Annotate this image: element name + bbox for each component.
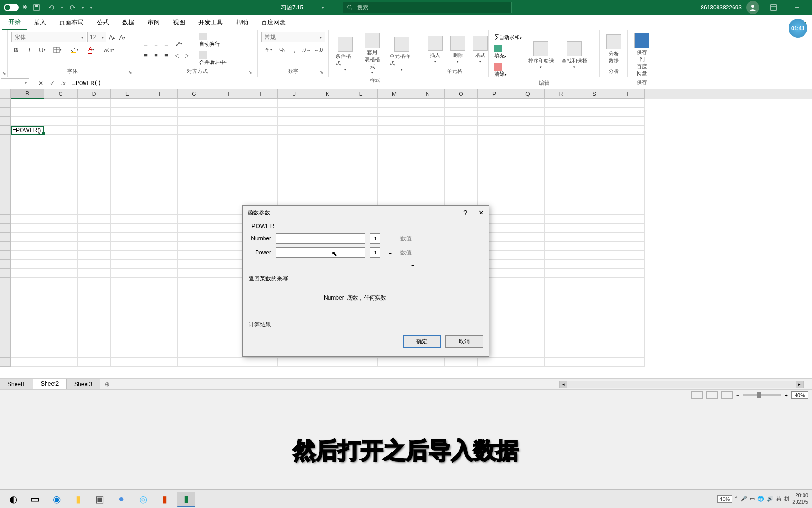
clear-button[interactable]: 清除▾ [492, 62, 523, 79]
tab-view[interactable]: 视图 [166, 15, 192, 30]
user-avatar[interactable] [746, 1, 759, 14]
excel-icon[interactable]: ▮ [177, 492, 195, 507]
col-header[interactable]: S [578, 89, 611, 99]
arg-power-input[interactable] [276, 247, 365, 258]
start-icon[interactable]: ◐ [4, 492, 23, 507]
increase-decimal-icon[interactable]: .0→ [302, 45, 311, 55]
analyze-data-button[interactable]: 分析 数据 [603, 33, 624, 65]
cell-styles-button[interactable]: 单元格样式▾ [387, 36, 417, 72]
col-header[interactable]: C [44, 89, 78, 99]
horizontal-scrollbar[interactable]: ◂ ▸ [559, 381, 804, 388]
mic-icon[interactable]: 🎤 [741, 496, 747, 502]
arg-number-ref-icon[interactable]: ⬆ [370, 233, 380, 244]
col-header[interactable]: T [611, 89, 645, 99]
tab-insert[interactable]: 插入 [27, 15, 53, 30]
conditional-format-button[interactable]: 条件格式▾ [333, 36, 358, 72]
fx-icon[interactable]: fx [58, 78, 69, 88]
table-format-button[interactable]: 套用 表格格式▾ [360, 32, 385, 76]
border-icon[interactable]: ▾ [51, 45, 64, 55]
autosave-toggle[interactable] [4, 4, 19, 11]
edge-icon[interactable]: ◉ [47, 492, 66, 507]
italic-icon[interactable]: I [24, 45, 34, 55]
decrease-decimal-icon[interactable]: ←.0 [314, 45, 323, 55]
col-header[interactable]: N [411, 89, 445, 99]
tab-devtools[interactable]: 开发工具 [192, 15, 229, 30]
tray-chevron-icon[interactable]: ˄ [735, 496, 738, 502]
wrap-text-button[interactable]: 自动换行 [197, 32, 229, 48]
cancel-button[interactable]: 取消 [445, 335, 483, 348]
zoom-slider[interactable] [743, 394, 781, 396]
align-center-icon[interactable]: ≡ [151, 50, 161, 60]
number-format-combo[interactable]: 常规▾ [261, 32, 325, 42]
tab-baidu[interactable]: 百度网盘 [255, 15, 292, 30]
dialog-titlebar[interactable]: 函数参数 ? ✕ [243, 206, 489, 220]
arg-power-ref-icon[interactable]: ⬆ [370, 247, 380, 258]
new-sheet-icon[interactable]: ⊕ [100, 381, 114, 388]
tab-home[interactable]: 开始 [2, 15, 27, 30]
ime-mode[interactable]: 拼 [784, 495, 789, 502]
task-view-icon[interactable]: ▭ [25, 492, 44, 507]
save-icon[interactable] [31, 2, 42, 13]
number-launcher[interactable]: ⬊ [320, 70, 324, 75]
align-left-icon[interactable]: ≡ [141, 50, 150, 60]
align-right-icon[interactable]: ≡ [162, 50, 171, 60]
col-header[interactable]: R [545, 89, 578, 99]
fill-handle[interactable] [42, 132, 45, 135]
undo-icon[interactable] [46, 2, 57, 13]
col-header[interactable]: K [311, 89, 344, 99]
col-header[interactable]: E [111, 89, 144, 99]
col-header[interactable]: H [211, 89, 244, 99]
increase-font-icon[interactable]: A▴ [107, 32, 117, 42]
file-explorer-icon[interactable]: ▮ [69, 492, 87, 507]
underline-icon[interactable]: U▾ [38, 45, 47, 55]
comma-icon[interactable]: , [289, 45, 299, 55]
redo-icon[interactable] [67, 2, 78, 13]
merge-center-button[interactable]: 合并后居中▾ [197, 50, 229, 67]
ribbon-display-icon[interactable] [764, 1, 783, 14]
ime-lang[interactable]: 英 [776, 495, 781, 502]
font-launcher[interactable]: ⬊ [128, 70, 132, 75]
fill-button[interactable]: 填充▾ [492, 44, 523, 60]
save-baidu-button[interactable]: 保存到 百度网盘 [632, 32, 652, 78]
app-icon-1[interactable]: ● [112, 492, 131, 507]
arg-number-input[interactable] [276, 233, 365, 244]
formula-input[interactable]: =POWER() [69, 79, 812, 87]
tab-review[interactable]: 审阅 [141, 15, 166, 30]
font-color-icon[interactable]: A▾ [85, 45, 98, 55]
font-name-combo[interactable]: 宋体▾ [11, 32, 86, 42]
col-header[interactable]: D [78, 89, 111, 99]
col-header[interactable]: Q [511, 89, 545, 99]
normal-view-icon[interactable] [691, 391, 703, 399]
scroll-right-icon[interactable]: ▸ [796, 381, 803, 388]
tab-help[interactable]: 帮助 [229, 15, 255, 30]
cancel-formula-icon[interactable]: ✕ [35, 78, 47, 88]
dialog-close-icon[interactable]: ✕ [478, 209, 484, 216]
tab-pagelayout[interactable]: 页面布局 [53, 15, 90, 30]
insert-cells-button[interactable]: 插入▾ [425, 35, 445, 64]
active-cell[interactable]: =POWER() [11, 126, 44, 135]
fill-color-icon[interactable]: ▾ [68, 45, 81, 55]
dialog-help-icon[interactable]: ? [463, 209, 467, 216]
office-icon[interactable]: ▮ [155, 492, 174, 507]
clipboard-launcher[interactable]: ⬊ [2, 71, 6, 76]
zoom-level[interactable]: 40% [791, 391, 808, 399]
sheet-tab[interactable]: Sheet2 [33, 379, 67, 389]
clock[interactable]: 20:00 2021/5 [792, 492, 808, 505]
ok-button[interactable]: 确定 [403, 335, 441, 348]
search-box[interactable]: 搜索 [343, 2, 512, 13]
delete-cells-button[interactable]: 删除▾ [447, 35, 468, 64]
col-header[interactable]: F [144, 89, 178, 99]
page-break-view-icon[interactable] [721, 391, 733, 399]
col-header[interactable]: J [278, 89, 311, 99]
battery-indicator[interactable]: 40% [717, 495, 732, 503]
format-cells-button[interactable]: 格式▾ [470, 35, 491, 64]
bold-icon[interactable]: B [11, 45, 21, 55]
find-select-button[interactable]: 查找和选择▾ [559, 40, 590, 70]
store-icon[interactable]: ▣ [90, 492, 109, 507]
indent-decrease-icon[interactable]: ◁ [172, 50, 181, 60]
align-launcher[interactable]: ⬊ [249, 70, 252, 75]
autosum-button[interactable]: ∑自动求和▾ [492, 32, 523, 42]
name-box[interactable]: ▾ [1, 78, 29, 88]
tab-data[interactable]: 数据 [116, 15, 141, 30]
col-header[interactable]: L [344, 89, 378, 99]
